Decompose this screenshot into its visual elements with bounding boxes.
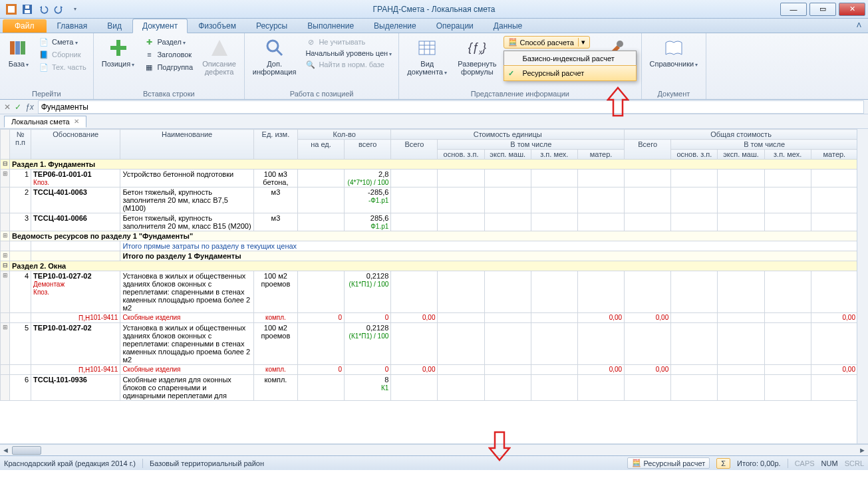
sposob-rascheta-button[interactable]: 🧮 Способ расчета ▾ xyxy=(504,36,590,49)
header-icon: ≡ xyxy=(144,49,154,60)
window-title: ГРАНД-Смета - Локальная смета xyxy=(372,5,495,14)
table-row[interactable]: 6ТССЦ-101-0936Скобяные изделия для оконн… xyxy=(1,375,858,401)
annotation-arrow-up xyxy=(607,86,629,117)
vid-dokumenta-button[interactable]: Вид документа xyxy=(403,36,451,78)
tab-vydelenie[interactable]: Выделение xyxy=(364,19,426,33)
status-scrl: SCRL xyxy=(845,459,864,467)
svg-rect-4 xyxy=(25,5,29,9)
opis-defekta-button: Описание дефекта xyxy=(198,36,240,77)
fx-icon[interactable]: ƒx xyxy=(25,102,34,112)
magnifier-icon xyxy=(264,37,285,59)
scroll-right-icon[interactable]: ► xyxy=(857,445,868,456)
dop-info-button[interactable]: Доп. информация xyxy=(249,36,301,77)
tab-resursy[interactable]: Ресурсы xyxy=(247,19,297,33)
nach-uroven-button[interactable]: Начальный уровень цен xyxy=(303,49,394,58)
col-obst[interactable]: Общая стоимость xyxy=(625,130,858,140)
zagolovok-button[interactable]: ≡Заголовок xyxy=(141,49,196,60)
formula-cancel-icon[interactable]: ✕ xyxy=(4,102,11,112)
qat-redo-icon[interactable] xyxy=(52,2,67,17)
table-row[interactable]: ⊞1ТЕР06-01-001-01Кпоз.Устройство бетонно… xyxy=(1,170,858,187)
group-vstavka: Позиция ✚Раздел ≡Заголовок ▦Подгруппа Оп… xyxy=(94,33,245,99)
close-button[interactable]: ✕ xyxy=(839,3,865,16)
table-row[interactable]: 3ТССЦ-401-0066Бетон тяжелый, крупность з… xyxy=(1,213,858,231)
table-row[interactable]: ⊞Итого по разделу 1 Фундаменты xyxy=(1,251,858,261)
menu-bazisno-indeksny[interactable]: Базисно-индексный расчет xyxy=(504,51,636,66)
scroll-left-icon[interactable]: ◄ xyxy=(0,445,11,456)
status-sum-button[interactable]: Σ xyxy=(716,458,730,469)
table-row[interactable]: Итого прямые затраты по разделу в текущи… xyxy=(1,241,858,251)
status-district: Базовый территориальный район xyxy=(150,459,264,467)
col-naim[interactable]: Наименование xyxy=(120,130,253,160)
tab-operacii[interactable]: Операции xyxy=(427,19,483,33)
table-row[interactable]: ⊞Ведомость ресурсов по разделу 1 "Фундам… xyxy=(1,231,858,241)
status-calc-button[interactable]: 🧮Ресурсный расчет xyxy=(627,457,710,469)
search-icon: 🔍 xyxy=(305,59,316,70)
qat-app-icon[interactable] xyxy=(4,2,19,17)
col-kol[interactable]: Кол-во xyxy=(297,130,390,140)
qat-save-icon[interactable] xyxy=(20,2,35,17)
base-button[interactable]: База xyxy=(4,36,33,70)
vertical-scrollbar[interactable] xyxy=(857,129,868,443)
svg-point-19 xyxy=(617,41,623,47)
sbornik-button: 📘Сборник xyxy=(36,49,89,60)
titlebar: ▾ ГРАНД-Смета - Локальная смета — ▭ ✕ xyxy=(0,0,868,19)
svg-rect-13 xyxy=(419,41,435,55)
calc-icon: 🧮 xyxy=(508,38,517,47)
file-tab[interactable]: Файл xyxy=(3,19,47,33)
qat-undo-icon[interactable] xyxy=(36,2,51,17)
table-row[interactable]: ⊞4ТЕР10-01-027-02ДемонтажКпоз.Установка … xyxy=(1,271,858,313)
close-doc-icon[interactable]: ✕ xyxy=(74,118,79,125)
tab-dannye[interactable]: Данные xyxy=(484,19,531,33)
podgruppa-button[interactable]: ▦Подгруппа xyxy=(141,61,196,73)
col-obos[interactable]: Обоснование xyxy=(31,130,120,160)
table-row[interactable]: 2ТССЦ-401-0063Бетон тяжелый, крупность з… xyxy=(1,187,858,213)
tab-fizobem[interactable]: Физобъем xyxy=(189,19,245,33)
tech-button: 📄Тех. часть xyxy=(36,61,89,73)
tab-glavnaya[interactable]: Главная xyxy=(48,19,97,33)
table-row[interactable]: ⊞5ТЕР10-01-027-02Установка в жилых и общ… xyxy=(1,323,858,365)
scroll-thumb[interactable] xyxy=(12,446,41,455)
horizontal-scrollbar[interactable]: ◄ ► xyxy=(0,444,868,455)
col-stoed[interactable]: Стоимость единицы xyxy=(391,130,625,140)
doc-tab-bar: Локальная смета✕ xyxy=(0,114,868,129)
book-icon: 📘 xyxy=(39,49,49,60)
books-icon xyxy=(8,37,29,59)
tab-vid[interactable]: Вид xyxy=(98,19,131,33)
table-row[interactable]: П,Н 101-9411Скобяные изделиякомпл.000,00… xyxy=(1,365,858,375)
svg-rect-5 xyxy=(10,41,15,55)
menu-resursny[interactable]: ✓Ресурсный расчет xyxy=(504,65,637,81)
tab-vypolnenie[interactable]: Выполнение xyxy=(298,19,363,33)
status-caps: CAPS xyxy=(795,459,815,467)
status-itogo: Итого: 0,00р. xyxy=(737,459,781,467)
annotation-arrow-down xyxy=(488,431,511,461)
ribbon-collapse-icon[interactable]: ᐱ xyxy=(857,21,861,29)
section-row[interactable]: ⊟Раздел 1. Фундаменты xyxy=(1,160,858,170)
table-row[interactable]: П,Н 101-9411Скобяные изделиякомпл.000,00… xyxy=(1,313,858,323)
group-label: Представление информации xyxy=(403,88,637,98)
calc-icon: 🧮 xyxy=(632,459,641,467)
group-dokument: Справочники Документ xyxy=(642,33,707,99)
position-button[interactable]: Позиция xyxy=(98,36,139,70)
group-predstavlenie: Вид документа {ƒx} Развернуть формулы 🧮 … xyxy=(399,33,641,99)
section-row[interactable]: ⊟Раздел 2. Окна xyxy=(1,261,858,271)
tab-dokument[interactable]: Документ xyxy=(132,19,188,33)
smeta-button[interactable]: 📄Смета xyxy=(36,36,89,48)
col-no[interactable]: № п.п xyxy=(10,130,31,160)
maximize-button[interactable]: ▭ xyxy=(809,3,836,16)
formula-input[interactable] xyxy=(38,100,864,114)
razvernut-formuly-button[interactable]: {ƒx} Развернуть формулы xyxy=(454,36,500,77)
svg-rect-6 xyxy=(15,41,20,55)
doc-tab[interactable]: Локальная смета✕ xyxy=(4,116,86,128)
spravochniki-button[interactable]: Справочники xyxy=(646,36,702,70)
qat-customize-icon[interactable]: ▾ xyxy=(68,2,82,17)
razdel-button[interactable]: ✚Раздел xyxy=(141,36,196,48)
sposob-rascheta-menu: Базисно-индексный расчет ✓Ресурсный расч… xyxy=(504,51,637,81)
col-ed[interactable]: Ед. изм. xyxy=(253,130,297,160)
minimize-button[interactable]: — xyxy=(780,3,807,16)
open-book-icon xyxy=(663,37,684,59)
formula-accept-icon[interactable]: ✓ xyxy=(15,102,21,112)
group-label: Работа с позицией xyxy=(249,88,395,98)
plus-icon: ✚ xyxy=(144,37,154,47)
svg-rect-3 xyxy=(25,10,30,13)
eye-off-icon: ⊘ xyxy=(305,37,316,47)
